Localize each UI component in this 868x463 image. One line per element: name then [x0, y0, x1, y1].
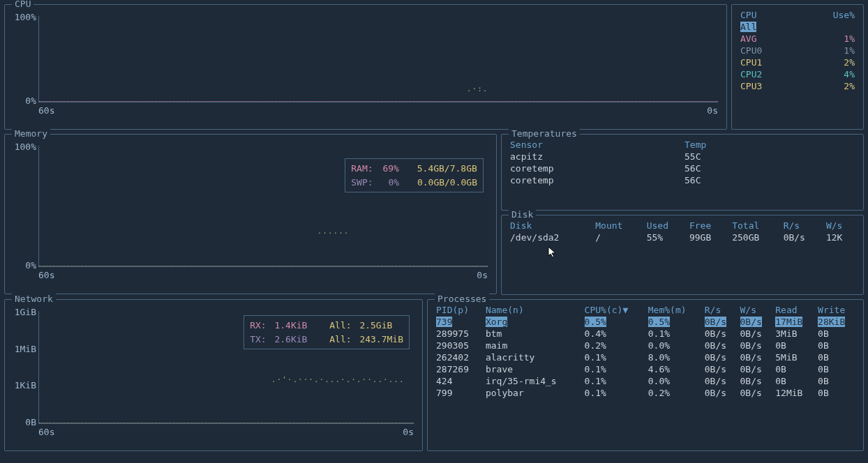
- mem-x-right: 0s: [477, 270, 488, 280]
- disk-hdr-used: Used: [644, 220, 687, 232]
- mem-y-bot: 0%: [11, 260, 36, 271]
- temps-row: coretemp56C: [507, 162, 858, 174]
- rx-label: RX:: [250, 320, 266, 331]
- ram-val: 5.4GB/7.8GB: [417, 163, 477, 174]
- procs-hdr-mem[interactable]: Mem%(m): [645, 304, 702, 316]
- disk-hdr-mount: Mount: [592, 220, 643, 232]
- processes-panel[interactable]: Processes PID(p) Name(n) CPU%(c)▼ Mem%(m…: [427, 299, 864, 451]
- process-row[interactable]: 799polybar0.1%0.2%0B/s0B/s12MiB0B: [433, 387, 858, 399]
- cpu-y-top: 100%: [11, 12, 36, 22]
- cpu-list-row[interactable]: CPU01%: [738, 45, 858, 56]
- process-row[interactable]: 739Xorg0.5%0.5%0B/s0B/s17MiB28KiB: [433, 316, 858, 328]
- memory-panel[interactable]: Memory 100% 0% RAM: 69% 5.4GB/7.8GB SWP:…: [4, 134, 497, 294]
- memory-panel-title: Memory: [12, 128, 50, 139]
- net-y-tick: 0B: [11, 417, 36, 427]
- cpu-list-row[interactable]: CPU12%: [738, 56, 858, 68]
- swp-label: SWP:: [351, 177, 373, 188]
- mem-swp-dots: ......: [317, 227, 350, 236]
- ram-label: RAM:: [351, 163, 373, 174]
- disk-hdr-disk: Disk: [507, 220, 592, 232]
- procs-table: PID(p) Name(n) CPU%(c)▼ Mem%(m) R/s W/s …: [433, 304, 858, 399]
- mem-y-top: 100%: [11, 142, 36, 152]
- process-row[interactable]: 290305maim0.2%0.0%0B/s0B/s0B0B: [433, 340, 858, 351]
- procs-hdr-rs[interactable]: R/s: [702, 304, 738, 316]
- tx-all: 243.7MiB: [359, 334, 403, 344]
- net-x-left: 60s: [38, 427, 54, 437]
- temps-row: coretemp56C: [507, 174, 858, 186]
- cpu-panel[interactable]: CPU 100% 0% .·:. 60s 0s: [4, 4, 727, 130]
- swp-pct: 0%: [388, 177, 399, 188]
- temps-table: Sensor Temp acpitz55Ccoretemp56Ccoretemp…: [507, 139, 858, 186]
- disk-title: Disk: [509, 209, 536, 220]
- disk-table: Disk Mount Used Free Total R/s W/s /dev/…: [507, 220, 858, 243]
- cpu-list-hdr-cpu: CPU: [738, 9, 798, 21]
- process-row[interactable]: 289975btm0.4%0.1%0B/s0B/s3MiB0B: [433, 328, 858, 340]
- ram-pct: 69%: [382, 163, 398, 174]
- disk-hdr-ws: W/s: [823, 220, 858, 232]
- mem-x-left: 60s: [38, 270, 54, 280]
- memory-graph[interactable]: 100% 0% RAM: 69% 5.4GB/7.8GB SWP: 0% 0.0…: [38, 146, 488, 267]
- net-activity-dots: .·'·.···.·...·.·.··..·...: [271, 375, 405, 384]
- net-x-right: 0s: [403, 427, 414, 437]
- rx-rate: 1.4KiB: [274, 320, 307, 331]
- cpu-panel-title: CPU: [12, 0, 33, 9]
- memory-legend: RAM: 69% 5.4GB/7.8GB SWP: 0% 0.0GB/0.0GB: [345, 158, 484, 192]
- procs-hdr-pid[interactable]: PID(p): [433, 304, 483, 316]
- cpu-y-bot: 0%: [11, 96, 36, 106]
- temps-row: acpitz55C: [507, 151, 858, 162]
- procs-hdr-write[interactable]: Write: [815, 304, 858, 316]
- swp-line: [39, 266, 488, 266]
- disk-hdr-rs: R/s: [781, 220, 823, 232]
- procs-hdr-name[interactable]: Name(n): [483, 304, 582, 316]
- network-panel[interactable]: Network 1GiB1MiB1KiB0B RX: 1.4KiB All: 2…: [4, 299, 423, 451]
- cpu-list-table: CPU Use% AllAVG1%CPU01%CPU12%CPU24%CPU32…: [738, 9, 858, 92]
- process-row[interactable]: 287269brave0.1%4.6%0B/s0B/s0B0B: [433, 363, 858, 375]
- process-row[interactable]: 262402alacritty0.1%8.0%0B/s0B/s5MiB0B: [433, 351, 858, 363]
- cpu-baseline: [39, 101, 718, 102]
- procs-title: Processes: [435, 294, 489, 304]
- cpu-list-hdr-use: Use%: [798, 9, 858, 21]
- cpu-graph[interactable]: 100% 0% .·:.: [38, 16, 718, 103]
- cpu-activity-dots: .·:.: [467, 84, 488, 93]
- disk-row[interactable]: /dev/sda2/55%99GB250GB0B/s12K: [507, 232, 858, 243]
- net-baseline: [39, 423, 414, 423]
- procs-hdr-read[interactable]: Read: [772, 304, 815, 316]
- tx-all-label: All:: [329, 334, 351, 344]
- net-y-tick: 1KiB: [11, 380, 36, 390]
- net-y-tick: 1MiB: [11, 344, 36, 354]
- network-title: Network: [12, 294, 56, 304]
- network-graph[interactable]: 1GiB1MiB1KiB0B RX: 1.4KiB All: 2.5GiB TX…: [38, 311, 414, 424]
- temperatures-panel[interactable]: Temperatures Sensor Temp acpitz55Ccorete…: [501, 134, 864, 211]
- cpu-list-row[interactable]: AVG1%: [738, 33, 858, 45]
- mouse-cursor-icon: [548, 246, 558, 259]
- temps-hdr-sensor: Sensor: [507, 139, 682, 151]
- process-row[interactable]: 424irq/35-rmi4_s0.1%0.0%0B/s0B/s0B0B: [433, 375, 858, 387]
- disk-hdr-free: Free: [687, 220, 729, 232]
- tx-rate: 2.6KiB: [274, 334, 307, 344]
- cpu-list-row[interactable]: CPU32%: [738, 80, 858, 92]
- sort-desc-icon: ▼: [622, 305, 628, 315]
- procs-hdr-cpu[interactable]: CPU%(c)▼: [582, 304, 645, 316]
- disk-hdr-total: Total: [729, 220, 780, 232]
- network-legend: RX: 1.4KiB All: 2.5GiB TX: 2.6KiB All: 2…: [244, 315, 410, 349]
- tx-label: TX:: [250, 334, 266, 344]
- cpu-list-row[interactable]: CPU24%: [738, 68, 858, 80]
- swp-val: 0.0GB/0.0GB: [417, 177, 477, 188]
- temps-title: Temperatures: [509, 128, 580, 139]
- cpu-x-right: 0s: [707, 105, 718, 116]
- cpu-list-row[interactable]: All: [738, 21, 858, 33]
- net-y-tick: 1GiB: [11, 307, 36, 317]
- cpu-x-left: 60s: [38, 105, 54, 116]
- temps-hdr-temp: Temp: [682, 139, 858, 151]
- procs-hdr-ws[interactable]: W/s: [738, 304, 773, 316]
- rx-all: 2.5GiB: [359, 320, 392, 331]
- cpu-list-panel[interactable]: CPU Use% AllAVG1%CPU01%CPU12%CPU24%CPU32…: [731, 4, 864, 130]
- disk-panel[interactable]: Disk Disk Mount Used Free Total R/s W/s …: [501, 215, 864, 295]
- rx-all-label: All:: [329, 320, 351, 331]
